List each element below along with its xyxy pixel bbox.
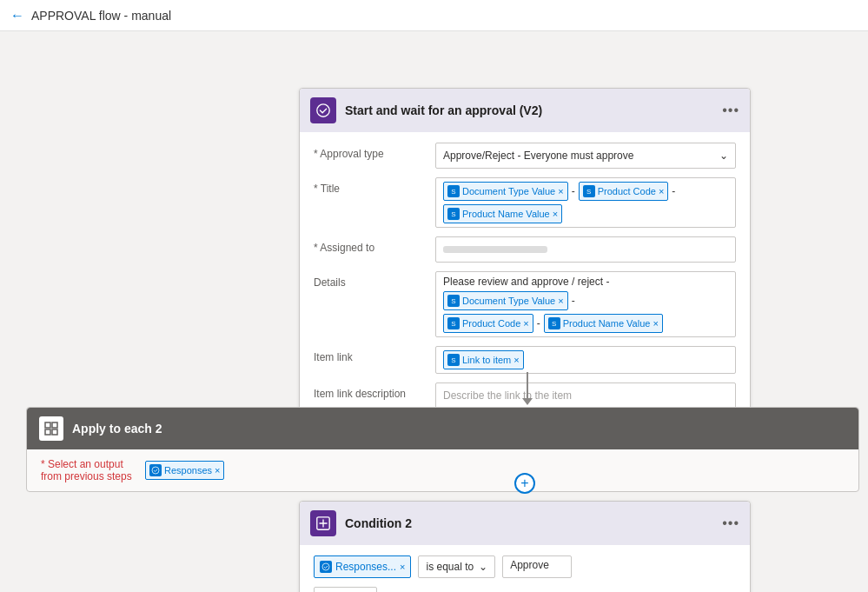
doc-type-close[interactable]: × — [558, 186, 563, 196]
details-field[interactable]: Please review and approve / reject - S D… — [435, 271, 736, 337]
svg-rect-4 — [52, 429, 57, 435]
approval-type-dropdown[interactable]: Approve/Reject - Everyone must approve ⌄ — [435, 143, 736, 169]
doc-type-token[interactable]: S Document Type Value × — [443, 182, 568, 201]
details-row: Details Please review and approve / reje… — [314, 271, 736, 337]
doc-type-details-close[interactable]: × — [558, 296, 563, 306]
product-name-close[interactable]: × — [553, 209, 558, 219]
arrow-head — [522, 398, 533, 405]
condition-value-field[interactable]: Approve — [502, 555, 572, 578]
condition-title: Condition 2 — [345, 516, 713, 530]
condition-row: Responses... × is equal to ⌄ Approve — [314, 555, 736, 578]
assigned-to-field[interactable] — [435, 236, 736, 263]
approval-type-label: * Approval type — [314, 143, 427, 160]
item-link-desc-field[interactable]: Describe the link to the item — [435, 382, 736, 409]
responses-token[interactable]: Responses × — [145, 461, 224, 480]
assigned-to-row: * Assigned to — [314, 236, 736, 263]
sharepoint-icon: S — [548, 317, 560, 329]
svg-rect-3 — [45, 429, 50, 435]
condition-responses-token[interactable]: Responses... × — [314, 555, 411, 578]
canvas: Start and wait for an approval (V2) ••• … — [0, 31, 868, 592]
svg-rect-2 — [52, 422, 57, 428]
product-name-token-details[interactable]: S Product Name Value × — [544, 314, 663, 333]
item-link-desc-label: Item link description — [314, 382, 427, 400]
page-title: APPROVAL flow - manual — [31, 9, 171, 23]
sharepoint-icon: S — [447, 295, 460, 307]
link-to-item-token[interactable]: S Link to item × — [443, 350, 524, 369]
approval-condition-icon — [320, 561, 332, 573]
item-link-row: Item link S Link to item × — [314, 346, 736, 374]
condition-body: Responses... × is equal to ⌄ Approve + A… — [300, 545, 750, 592]
apply-each-title: Apply to each 2 — [72, 422, 846, 436]
chevron-down-icon: ⌄ — [719, 150, 728, 162]
svg-rect-1 — [45, 422, 50, 428]
apply-each-block: Apply to each 2 * Select an output from … — [26, 407, 859, 492]
chevron-down-icon: ⌄ — [479, 561, 487, 573]
sharepoint-icon: S — [447, 185, 460, 197]
item-link-desc-placeholder: Describe the link to the item — [443, 389, 572, 402]
item-link-field[interactable]: S Link to item × — [435, 346, 736, 374]
condition-icon — [310, 510, 336, 536]
approval-block-header: Start and wait for an approval (V2) ••• — [300, 89, 750, 132]
assigned-value — [443, 246, 547, 253]
condition-block: Condition 2 ••• Responses... × is equal … — [299, 501, 751, 592]
approval-block-menu[interactable]: ••• — [722, 103, 739, 118]
sharepoint-icon: S — [447, 354, 460, 366]
sharepoint-icon: S — [447, 317, 460, 329]
sharepoint-icon: S — [447, 208, 460, 220]
condition-responses-close[interactable]: × — [400, 562, 405, 572]
add-button[interactable]: + Add ⌄ — [314, 587, 377, 592]
product-code-close[interactable]: × — [659, 186, 664, 196]
approval-block-title: Start and wait for an approval (V2) — [345, 103, 713, 117]
select-output-row: * Select an output from previous steps R… — [41, 458, 845, 482]
arrow-line — [527, 372, 528, 398]
title-row: * Title S Document Type Value × - S Prod… — [314, 177, 736, 228]
plus-connector[interactable]: + — [514, 473, 535, 494]
doc-type-token-details[interactable]: S Document Type Value × — [443, 291, 568, 310]
select-output-label: * Select an output from previous steps — [41, 458, 136, 482]
responses-close[interactable]: × — [215, 465, 220, 476]
title-label: * Title — [314, 177, 427, 195]
sharepoint-icon: S — [583, 185, 595, 197]
product-name-token-title[interactable]: S Product Name Value × — [443, 204, 562, 223]
link-to-item-close[interactable]: × — [514, 355, 519, 365]
apply-each-body: * Select an output from previous steps R… — [27, 449, 858, 491]
svg-point-0 — [317, 104, 329, 116]
condition-header: Condition 2 ••• — [300, 502, 750, 545]
add-button-row: + Add ⌄ — [314, 587, 736, 592]
item-link-label: Item link — [314, 346, 427, 363]
condition-operator-dropdown[interactable]: is equal to ⌄ — [418, 555, 495, 578]
top-bar: ← APPROVAL flow - manual — [0, 0, 868, 31]
product-code-token-details[interactable]: S Product Code × — [443, 314, 533, 333]
assigned-to-label: * Assigned to — [314, 236, 427, 254]
title-field[interactable]: S Document Type Value × - S Product Code… — [435, 177, 736, 228]
condition-menu[interactable]: ••• — [722, 516, 739, 531]
approval-block-icon — [310, 97, 336, 123]
arrow-connector — [522, 372, 533, 405]
svg-point-5 — [152, 467, 159, 474]
approval-token-icon — [149, 464, 162, 476]
product-code-details-close[interactable]: × — [523, 318, 528, 329]
apply-each-header: Apply to each 2 — [27, 408, 858, 449]
back-button[interactable]: ← — [10, 8, 24, 23]
approval-type-row: * Approval type Approve/Reject - Everyon… — [314, 143, 736, 169]
product-code-token-title[interactable]: S Product Code × — [579, 182, 669, 201]
details-label: Details — [314, 271, 427, 289]
svg-point-7 — [322, 563, 329, 570]
apply-each-icon — [39, 416, 63, 441]
product-name-details-close[interactable]: × — [653, 318, 658, 329]
